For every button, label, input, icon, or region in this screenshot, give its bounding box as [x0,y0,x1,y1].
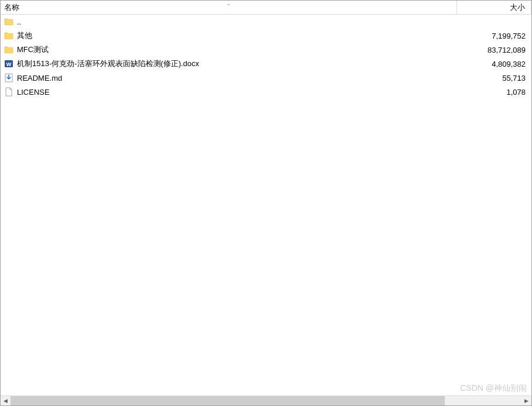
horizontal-scrollbar[interactable]: ◀ ▶ [1,395,531,405]
file-name: MFC测试 [17,44,49,55]
file-size: 4,809,382 [457,60,531,68]
folder-icon [4,45,13,54]
sort-indicator-icon: ⌵ [227,1,230,6]
file-name-cell: W 机制1513-何克劲-活塞环外观表面缺陷检测(修正).docx [1,59,457,69]
file-name: README.md [17,74,62,82]
scroll-track[interactable] [11,396,521,405]
list-item[interactable]: README.md 55,713 [1,71,531,85]
file-name: 其他 [17,30,32,41]
column-header-name[interactable]: 名称 ⌵ [1,1,457,14]
column-header-size-label: 大小 [510,2,525,13]
folder-up-icon [4,17,13,26]
file-name: LICENSE [17,88,50,97]
column-header-name-label: 名称 [4,2,19,13]
scroll-left-arrow-icon[interactable]: ◀ [1,396,11,405]
file-size: 55,713 [457,74,531,82]
download-file-icon [4,73,13,82]
folder-icon [4,31,13,40]
scroll-thumb[interactable] [11,396,445,405]
file-name-cell: LICENSE [1,87,457,97]
file-explorer-panel: 名称 ⌵ 大小 .. 其他 7,199,752 [1,1,531,405]
file-name-cell: 其他 [1,30,457,41]
file-name-cell: .. [1,17,457,26]
list-item[interactable]: MFC测试 83,712,089 [1,43,531,57]
file-size: 1,078 [457,88,531,97]
list-item[interactable]: .. [1,15,531,29]
file-name: .. [17,18,21,26]
column-header-size[interactable]: 大小 [457,1,531,14]
file-name: 机制1513-何克劲-活塞环外观表面缺陷检测(修正).docx [17,59,199,69]
file-name-cell: README.md [1,73,457,82]
list-item[interactable]: LICENSE 1,078 [1,85,531,99]
scroll-right-arrow-icon[interactable]: ▶ [521,396,531,405]
file-name-cell: MFC测试 [1,44,457,55]
column-header-row: 名称 ⌵ 大小 [1,1,531,15]
list-item[interactable]: 其他 7,199,752 [1,29,531,43]
file-size: 83,712,089 [457,46,531,54]
file-list: .. 其他 7,199,752 MFC测试 83,712,089 [1,15,531,395]
generic-file-icon [4,87,13,97]
word-document-icon: W [4,59,13,68]
svg-text:W: W [6,61,12,67]
list-item[interactable]: W 机制1513-何克劲-活塞环外观表面缺陷检测(修正).docx 4,809,… [1,57,531,71]
file-size: 7,199,752 [457,32,531,40]
